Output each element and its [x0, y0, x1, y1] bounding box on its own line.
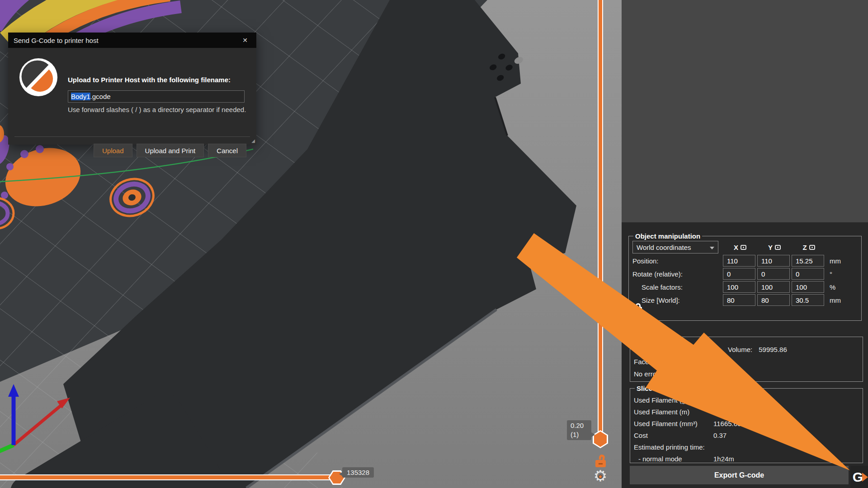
layer-tooltip: 0.20 (1) [567, 420, 591, 440]
export-gcode-button[interactable]: Export G-code [630, 466, 849, 484]
progress-tooltip: 135328 [342, 467, 374, 478]
used-filament-m-value: 4.85 [713, 406, 859, 418]
cost-value: 0.37 [713, 430, 859, 441]
filename-hint: Use forward slashes ( / ) as a directory… [68, 106, 246, 113]
sliced-info-panel: Sliced Info Used Filament (g) Used Filam… [630, 385, 863, 463]
sliced-info-title: Sliced Info [635, 385, 673, 392]
position-x-field[interactable]: 110 [723, 255, 755, 267]
position-unit: mm [826, 257, 846, 265]
close-icon[interactable]: ✕ [239, 34, 251, 46]
object-manipulation-title: Object manipulation [633, 232, 702, 240]
used-filament-mm3-label: Used Filament (mm³) [634, 418, 713, 430]
info-errors-text: No errors dete [634, 368, 677, 380]
info-facets-label: Facets: [634, 356, 661, 368]
used-filament-g-label: Used Filament (g) [634, 394, 713, 406]
axis-header-x: X [723, 241, 757, 253]
estimated-time-value [713, 441, 859, 453]
size-unit: mm [826, 296, 846, 304]
info-volume-value: 59995.86 [759, 343, 787, 356]
filename-input[interactable]: Body1.gcode [68, 90, 245, 103]
send-gcode-button[interactable]: G [850, 466, 868, 488]
sidebar-lower-panel: Object manipulation World coordinates X … [622, 222, 868, 488]
object-manipulation-panel: Object manipulation World coordinates X … [628, 232, 862, 321]
scale-label: Scale factors: [632, 283, 723, 291]
gear-icon[interactable]: ⚙ [592, 468, 609, 484]
used-filament-g-value [713, 394, 859, 406]
chevron-down-icon [710, 247, 714, 249]
layer-slider-track[interactable] [598, 0, 603, 432]
cancel-button[interactable]: Cancel [208, 144, 246, 157]
scale-unit: % [826, 283, 846, 291]
slicer-logo-icon [19, 58, 58, 97]
size-x-field[interactable]: 80 [723, 294, 755, 306]
size-z-field[interactable]: 30.5 [792, 294, 824, 306]
used-filament-mm3-value: 11665.60 [713, 418, 859, 430]
normal-mode-label: - normal mode [634, 453, 713, 465]
axis-link-icon[interactable] [741, 245, 746, 250]
axis-header-z: Z [792, 241, 826, 253]
upload-and-print-button[interactable]: Upload and Print [137, 144, 204, 157]
position-z-field[interactable]: 15.25 [792, 255, 824, 267]
axis-header-y: Y [757, 241, 792, 253]
send-gcode-button-label: G [853, 469, 863, 485]
uniform-scale-lock-icon[interactable] [634, 303, 642, 312]
unlock-icon[interactable] [595, 455, 607, 468]
upload-button[interactable]: Upload [94, 144, 132, 157]
dialog-title: Send G-Code to printer host [14, 37, 99, 44]
scale-x-field[interactable]: 100 [723, 281, 755, 293]
info-facets-value: 12 [661, 356, 669, 368]
estimated-time-label: Estimated printing time: [634, 441, 713, 453]
cost-label: Cost [634, 430, 713, 441]
coordinates-dropdown-value: World coordinates [637, 244, 691, 251]
toolpath-progress-track[interactable] [0, 474, 330, 480]
dialog-titlebar[interactable]: Send G-Code to printer host ✕ [8, 33, 256, 48]
right-sidebar: Object manipulation World coordinates X … [622, 0, 868, 488]
info-volume-label: Volume: [728, 343, 752, 356]
info-title: Info [635, 333, 651, 341]
play-arrow-icon [862, 473, 868, 482]
filename-ext-text: .gcode [90, 93, 111, 100]
rotate-unit: ° [826, 270, 846, 278]
coordinates-dropdown[interactable]: World coordinates [632, 241, 718, 253]
scale-y-field[interactable]: 100 [757, 281, 790, 293]
used-filament-m-label: Used Filament (m) [634, 406, 713, 418]
size-label: Size [World]: [632, 296, 723, 304]
rotate-x-field[interactable]: 0 [723, 268, 755, 280]
rotate-y-field[interactable]: 0 [757, 268, 790, 280]
normal-mode-value: 1h24m [713, 453, 859, 465]
size-y-field[interactable]: 80 [757, 294, 790, 306]
dialog-separator [14, 136, 250, 137]
position-label: Position: [632, 257, 723, 265]
upload-heading: Upload to Printer Host with the followin… [68, 76, 249, 84]
axis-link-icon[interactable] [809, 245, 815, 250]
resize-grip-icon[interactable]: ◢ [251, 138, 255, 143]
info-panel: Info Size: Volume: 59995.86 Facets: 12 N… [630, 333, 863, 382]
position-y-field[interactable]: 110 [757, 255, 790, 267]
info-size-label: Size: [634, 343, 728, 356]
app-window: 135328 0.20 (1) ⚙ Send G-Code to printer… [0, 0, 868, 488]
axis-link-icon[interactable] [775, 245, 781, 250]
filename-selected-text: Body1 [71, 93, 90, 100]
inches-label-partial: es [639, 322, 646, 330]
scale-z-field[interactable]: 100 [792, 281, 824, 293]
rotate-label: Rotate (relative): [632, 270, 723, 278]
rotate-z-field[interactable]: 0 [792, 268, 824, 280]
send-gcode-dialog: Send G-Code to printer host ✕ Upload to … [8, 33, 256, 145]
